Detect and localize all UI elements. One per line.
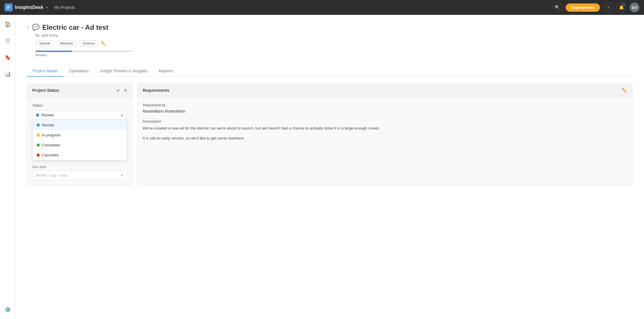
year-placeholder: Year xyxy=(60,173,67,178)
slash-1: / xyxy=(47,173,49,178)
upgrade-button[interactable]: Upgrade Now xyxy=(566,3,600,12)
status-dropdown-menu: Review In progress Completed Cancel xyxy=(32,120,127,160)
tab-reports[interactable]: Reports xyxy=(153,66,178,77)
description-para-2: It is still an early version, so we'd li… xyxy=(143,135,627,141)
dropdown-chevron-icon: ▲ xyxy=(120,113,124,117)
selected-status-label: Review xyxy=(41,113,54,117)
sidebar-item-home[interactable]: 🏠 xyxy=(2,19,13,30)
progress-label: Review xyxy=(35,53,633,57)
project-icon: 💬 xyxy=(32,24,39,31)
date-input-text: Month / Day / Year xyxy=(36,173,67,178)
status-option-review[interactable]: Review xyxy=(33,120,127,130)
in-progress-dot xyxy=(37,133,40,137)
brand-icon xyxy=(5,3,13,11)
status-selected-display: Review xyxy=(36,113,54,117)
project-title: Electric car - Ad test xyxy=(42,23,108,31)
main-content: ‹ 💬 Electric car - Ad test By Jack Kirby… xyxy=(15,15,644,319)
tab-operations[interactable]: Operations xyxy=(63,66,94,77)
project-status-panel: Project Status ✔ ✕ Status Review ▲ xyxy=(27,83,133,186)
sidebar-item-bookmark[interactable]: 🔖 xyxy=(2,52,13,63)
tag-vehicle[interactable]: Vehicle xyxy=(35,40,54,47)
sidebar: 🏠 ☰ 🔖 📊 ⚙️ xyxy=(0,15,15,319)
progress-section: Review xyxy=(35,51,633,57)
status-dropdown-trigger[interactable]: Review ▲ xyxy=(32,110,127,120)
due-date-label: Due date xyxy=(32,165,127,169)
tag-machine[interactable]: Machine xyxy=(56,40,77,47)
completed-label: Completed xyxy=(42,143,60,147)
slash-2: / xyxy=(57,173,59,178)
brand-label: InsightsDesk xyxy=(15,5,43,10)
tab-insight-themes[interactable]: Insight Themes & Nuggets xyxy=(94,66,153,77)
tag-science[interactable]: Science xyxy=(79,40,99,47)
project-author: By Jack Kirby xyxy=(35,33,633,37)
day-placeholder: Day xyxy=(50,173,56,178)
requirements-panel-title: Requirements xyxy=(143,88,169,93)
status-option-in-progress[interactable]: In progress xyxy=(33,130,127,140)
month-placeholder: Month xyxy=(36,173,46,178)
due-date-input[interactable]: Month / Day / Year ▼ xyxy=(32,171,127,180)
app-layout: 🏠 ☰ 🔖 📊 ⚙️ ‹ 💬 Electric car - Ad test By… xyxy=(0,15,644,319)
page-header: ‹ 💬 Electric car - Ad test xyxy=(27,23,633,31)
project-tabs: Project details Operations Insight Theme… xyxy=(27,66,633,77)
status-panel-title: Project Status xyxy=(32,88,59,93)
requirements-panel: Requirements ✏️ Requested by Maximiliano… xyxy=(137,83,633,186)
requirements-panel-header: Requirements ✏️ xyxy=(138,84,632,97)
sidebar-item-list[interactable]: ☰ xyxy=(2,35,13,46)
my-projects-link[interactable]: My Projects xyxy=(54,5,75,10)
in-progress-label: In progress xyxy=(42,133,61,137)
description-text: We've created a new ad for the electric … xyxy=(143,125,627,141)
requirements-panel-body: Requested by Maximiliano Rosenheim Descr… xyxy=(138,97,632,151)
top-nav: InsightsDesk ▼ My Projects 🔍 Upgrade Now… xyxy=(0,0,644,15)
status-panel-header: Project Status ✔ ✕ xyxy=(27,84,132,97)
brand-logo[interactable]: InsightsDesk ▼ xyxy=(5,3,49,11)
cancelled-label: Cancelled xyxy=(42,153,59,157)
date-chevron-icon: ▼ xyxy=(120,174,124,177)
search-button[interactable]: 🔍 xyxy=(552,3,562,12)
brand-chevron-icon: ▼ xyxy=(46,6,49,9)
edit-requirements-icon[interactable]: ✏️ xyxy=(622,88,627,93)
review-label: Review xyxy=(42,123,54,127)
requested-by-label: Requested by xyxy=(143,103,627,107)
confirm-status-icon[interactable]: ✔ xyxy=(116,88,120,93)
help-button[interactable]: ? xyxy=(603,3,613,12)
status-option-cancelled[interactable]: Cancelled xyxy=(33,150,127,160)
status-option-completed[interactable]: Completed xyxy=(33,140,127,150)
description-para-1: We've created a new ad for the electric … xyxy=(143,125,627,131)
status-label: Status xyxy=(32,103,127,107)
progress-bar-background xyxy=(35,51,133,52)
back-button[interactable]: ‹ xyxy=(27,24,29,30)
details-grid: Project Status ✔ ✕ Status Review ▲ xyxy=(27,83,633,186)
review-dot xyxy=(37,123,40,127)
sidebar-item-settings[interactable]: ⚙️ xyxy=(2,304,13,315)
project-tags: Vehicle Machine Science ✏️ xyxy=(35,40,633,47)
edit-tags-icon[interactable]: ✏️ xyxy=(101,41,106,46)
cancelled-dot xyxy=(37,153,40,157)
requested-by-value: Maximiliano Rosenheim xyxy=(143,109,627,113)
status-panel-body: Status Review ▲ Review xyxy=(27,97,132,186)
status-panel-actions: ✔ ✕ xyxy=(116,88,127,93)
notification-button[interactable]: 🔔 xyxy=(617,3,626,12)
progress-bar-fill xyxy=(35,51,72,52)
completed-dot xyxy=(37,143,40,147)
selected-status-dot xyxy=(36,113,39,117)
cancel-status-icon[interactable]: ✕ xyxy=(124,88,127,93)
sidebar-item-chart[interactable]: 📊 xyxy=(2,69,13,79)
tab-project-details[interactable]: Project details xyxy=(27,66,63,77)
avatar[interactable]: GV xyxy=(630,3,639,12)
notification-dot xyxy=(623,4,625,6)
description-label: Description xyxy=(143,119,627,123)
